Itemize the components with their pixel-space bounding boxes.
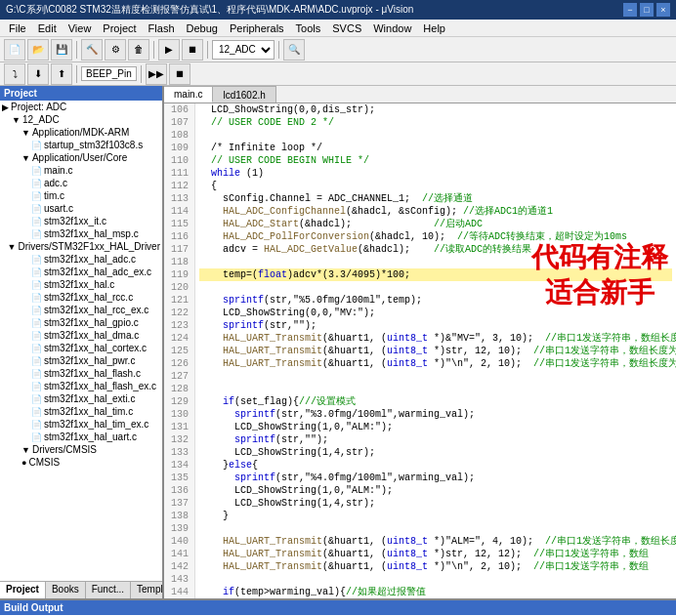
tree-item[interactable]: 📄stm32f1xx_hal_flash_ex.c	[0, 380, 162, 392]
line-number: 141	[166, 548, 192, 560]
tree-item[interactable]: ▼Drivers/STM32F1xx_HAL_Driver	[0, 240, 162, 253]
tree-item[interactable]: 📄startup_stm32f103c8.s	[0, 139, 162, 151]
stop2-button[interactable]: ⏹	[169, 63, 190, 85]
project-tree[interactable]: ▶Project: ADC▼12_ADC▼Application/MDK-ARM…	[0, 101, 162, 581]
build-all-button[interactable]: ⚙	[105, 39, 126, 61]
tree-item[interactable]: 📄stm32f1xx_hal_cortex.c	[0, 342, 162, 354]
tree-item[interactable]: 📄stm32f1xx_hal_uart.c	[0, 431, 162, 443]
tree-item[interactable]: 📄main.c	[0, 164, 162, 177]
tree-label: Drivers/STM32F1xx_HAL_Driver	[18, 241, 160, 252]
tree-item[interactable]: 📄tim.c	[0, 189, 162, 202]
tree-icon: 📄	[31, 204, 42, 214]
save-button[interactable]: 💾	[51, 39, 72, 61]
code-content[interactable]: LCD_ShowString(0,0,dis_str); // USER COD…	[195, 103, 676, 598]
tree-label: main.c	[44, 165, 72, 176]
tree-item[interactable]: 📄stm32f1xx_hal_rcc_ex.c	[0, 304, 162, 316]
search-button[interactable]: 🔍	[283, 39, 305, 61]
menu-item-peripherals[interactable]: Peripherals	[225, 21, 289, 35]
menu-item-debug[interactable]: Debug	[182, 21, 223, 35]
code-line: adcv = HAL_ADC_GetValue(&hadcl); //读取ADC…	[199, 243, 672, 256]
menu-item-window[interactable]: Window	[368, 21, 416, 35]
tree-item[interactable]: 📄stm32f1xx_hal_adc.c	[0, 253, 162, 266]
tree-item[interactable]: ▼Application/User/Core	[0, 151, 162, 164]
line-number: 117	[166, 243, 192, 256]
step-into-button[interactable]: ⬇	[27, 63, 49, 85]
code-line: while (1)	[199, 167, 672, 180]
stop-button[interactable]: ⏹	[182, 39, 203, 61]
toolbar-sep-5	[76, 65, 77, 83]
tree-item[interactable]: ▼Application/MDK-ARM	[0, 126, 162, 139]
menu-item-file[interactable]: File	[4, 21, 31, 35]
toolbar-sep-4	[278, 41, 279, 59]
code-line: // USER CODE END 2 */	[199, 116, 672, 129]
tree-item[interactable]: 📄usart.c	[0, 202, 162, 215]
tree-label: stm32f1xx_hal_rcc_ex.c	[44, 305, 148, 315]
line-number: 122	[166, 307, 192, 319]
tree-item[interactable]: 📄adc.c	[0, 177, 162, 189]
open-button[interactable]: 📂	[27, 39, 49, 61]
line-number: 128	[166, 383, 192, 395]
tree-icon: ▼	[21, 153, 30, 163]
tab-functions[interactable]: Funct...	[86, 582, 131, 598]
menu-item-edit[interactable]: Edit	[33, 21, 62, 35]
tree-item[interactable]: 📄stm32f1xx_hal.c	[0, 278, 162, 291]
tree-label: stm32f1xx_hal_rcc.c	[44, 292, 133, 303]
tab-project[interactable]: Project	[0, 582, 46, 598]
line-number: 108	[166, 129, 192, 142]
tree-item[interactable]: 📄stm32f1xx_hal_rcc.c	[0, 291, 162, 304]
tab-books[interactable]: Books	[46, 582, 86, 598]
tree-label: stm32f1xx_it.c	[44, 216, 106, 226]
menu-item-svcs[interactable]: SVCS	[327, 21, 366, 35]
tree-item[interactable]: 📄stm32f1xx_hal_tim_ex.c	[0, 418, 162, 431]
tree-item[interactable]: 📄stm32f1xx_hal_adc_ex.c	[0, 266, 162, 278]
tree-item[interactable]: ▼12_ADC	[0, 113, 162, 126]
menu-item-tools[interactable]: Tools	[291, 21, 326, 35]
step-over-button[interactable]: ⤵	[4, 63, 25, 85]
step-out-button[interactable]: ⬆	[51, 63, 72, 85]
build-button[interactable]: 🔨	[81, 39, 103, 61]
tree-label: stm32f1xx_hal_adc.c	[44, 254, 136, 265]
menu-item-flash[interactable]: Flash	[144, 21, 180, 35]
tree-icon: ▶	[2, 103, 9, 112]
tree-item[interactable]: 📄stm32f1xx_hal_msp.c	[0, 227, 162, 240]
target-combo[interactable]: 12_ADC	[212, 40, 275, 60]
code-area: 1061071081091101111121131141151161171181…	[164, 103, 676, 598]
tree-item[interactable]: 📄stm32f1xx_hal_gpio.c	[0, 316, 162, 329]
tree-item[interactable]: ●CMSIS	[0, 456, 162, 469]
run-button[interactable]: ▶▶	[146, 63, 167, 85]
tree-item[interactable]: 📄stm32f1xx_hal_tim.c	[0, 405, 162, 418]
tab-main-c[interactable]: main.c	[164, 86, 213, 103]
tree-label: stm32f1xx_hal_tim_ex.c	[44, 419, 148, 430]
code-line: sprintf(str,"%4.0fmg/100ml",warming_val)…	[199, 472, 672, 484]
tree-item[interactable]: 📄stm32f1xx_hal_dma.c	[0, 329, 162, 342]
tree-icon: 📄	[31, 306, 42, 315]
close-button[interactable]: ×	[656, 3, 670, 17]
bottom-panel: Build Output compiling system_stm32f1xx.…	[0, 598, 676, 616]
new-file-button[interactable]: 📄	[4, 39, 25, 61]
menu-item-view[interactable]: View	[63, 21, 97, 35]
tree-item[interactable]: ▼Drivers/CMSIS	[0, 443, 162, 456]
tree-item[interactable]: 📄stm32f1xx_hal_flash.c	[0, 367, 162, 380]
tree-label: adc.c	[44, 178, 67, 188]
minimize-button[interactable]: −	[623, 3, 637, 17]
debug-button[interactable]: ▶	[158, 39, 180, 61]
tree-label: usart.c	[44, 203, 73, 214]
tab-templates[interactable]: Templ...	[131, 582, 164, 598]
code-line: sprintf(str,"%3.0fmg/100ml",warming_val)…	[199, 408, 672, 421]
tree-icon: 📄	[31, 191, 42, 201]
line-number: 127	[166, 370, 192, 383]
maximize-button[interactable]: □	[640, 3, 654, 17]
menu-item-help[interactable]: Help	[418, 21, 450, 35]
code-line: LCD_ShowString(1,4,str);	[199, 446, 672, 459]
clean-button[interactable]: 🗑	[128, 39, 149, 61]
tab-lcd1602-h[interactable]: lcd1602.h	[213, 86, 275, 103]
code-line: sprintf(str,"");	[199, 433, 672, 446]
tree-icon: ▼	[21, 445, 30, 455]
tree-icon: 📄	[31, 407, 42, 417]
tree-item[interactable]: 📄stm32f1xx_hal_pwr.c	[0, 354, 162, 367]
toolbar-secondary: ⤵ ⬇ ⬆ BEEP_Pin ▶▶ ⏹	[0, 62, 676, 86]
tree-item[interactable]: 📄stm32f1xx_hal_exti.c	[0, 392, 162, 405]
tree-item[interactable]: 📄stm32f1xx_it.c	[0, 215, 162, 227]
tree-item[interactable]: ▶Project: ADC	[0, 101, 162, 113]
menu-item-project[interactable]: Project	[98, 21, 141, 35]
